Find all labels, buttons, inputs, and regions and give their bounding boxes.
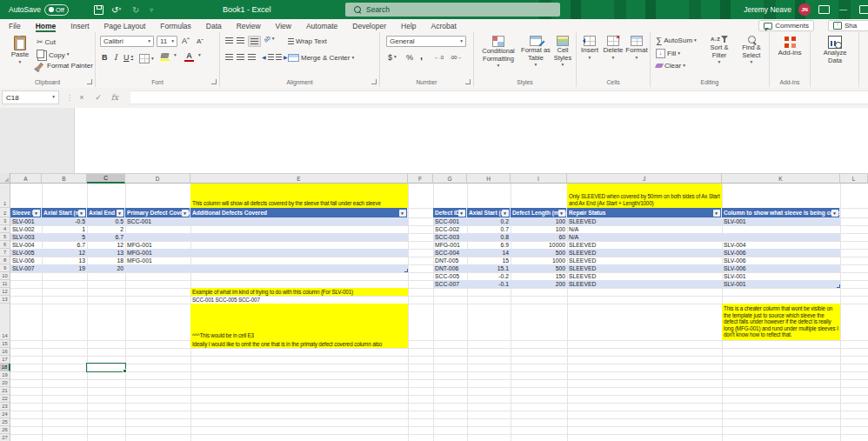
row-header-5[interactable]: 5 (0, 233, 10, 241)
cell-D7[interactable]: MFG-001 (125, 249, 190, 257)
cell-K7[interactable]: SLV-006 (722, 249, 840, 257)
cell-K5[interactable] (722, 233, 840, 241)
cell-E7[interactable] (190, 249, 408, 257)
cell-D9[interactable] (125, 264, 190, 272)
table-resize-handle[interactable] (404, 269, 408, 272)
row-header-4[interactable]: 4 (0, 225, 10, 233)
column-header-D[interactable]: D (125, 173, 190, 184)
cell-G11[interactable]: SCC-007 (433, 280, 467, 288)
cell-E6[interactable] (190, 241, 408, 249)
select-all-corner[interactable] (0, 173, 10, 184)
cell-G8[interactable]: DNT-005 (433, 257, 467, 264)
cell-I10[interactable]: 150 (511, 272, 567, 280)
cell-J10[interactable]: SLEEVED (567, 272, 722, 280)
selected-cell-outline[interactable] (86, 363, 126, 372)
row-header-14[interactable]: 14 (0, 304, 10, 340)
column-header-C[interactable]: C (87, 173, 125, 184)
cell-J8[interactable]: SLEEVED (567, 257, 722, 264)
cell-C4[interactable]: 2 (87, 225, 125, 233)
table-header-left-D[interactable]: Primary Defect Covered▾ (125, 208, 190, 218)
column-header-K[interactable]: K (722, 173, 840, 184)
cell-E8[interactable] (190, 257, 408, 264)
cell-I5[interactable]: 60 (511, 233, 567, 241)
filter-button[interactable]: ▾ (78, 210, 85, 217)
cell-D4[interactable] (125, 225, 190, 233)
row-header-23[interactable]: 23 (0, 403, 10, 411)
row-header-19[interactable]: 19 (0, 371, 10, 379)
cell-C7[interactable]: 13 (87, 249, 125, 257)
column-header-H[interactable]: H (467, 173, 511, 184)
cell-K9[interactable]: SLV-006 (722, 264, 840, 272)
cell-J6[interactable]: SLEEVED (567, 241, 722, 249)
cell-H10[interactable]: -0.2 (467, 272, 511, 280)
row-header-11[interactable]: 11 (0, 280, 10, 288)
cell-C6[interactable]: 12 (87, 241, 125, 249)
row-header-21[interactable]: 21 (0, 387, 10, 395)
table-header-left-E[interactable]: Additional Defects Covered▾ (190, 208, 408, 218)
cell-E5[interactable] (190, 233, 408, 241)
note-J1[interactable]: Only SLEEVED when covered by 50mm on bot… (567, 184, 722, 208)
cell-I6[interactable]: 10000 (511, 241, 567, 249)
table-header-left-C[interactable]: Axial End (m▾ (87, 208, 125, 218)
row-header-22[interactable]: 22 (0, 395, 10, 403)
cell-H4[interactable]: 0.7 (467, 225, 511, 233)
row-header-17[interactable]: 17 (0, 356, 10, 364)
row-header-8[interactable]: 8 (0, 257, 10, 264)
filter-button[interactable]: ▾ (558, 210, 565, 217)
cell-C8[interactable]: 18 (87, 257, 125, 264)
cell-A6[interactable]: SLV-004 (10, 241, 42, 249)
table-header-left-A[interactable]: Sleeve ID▾ (10, 208, 42, 218)
row-header-2[interactable]: 2 (0, 208, 10, 218)
cell-J3[interactable]: SLEEVED (567, 217, 722, 225)
cell-H5[interactable]: 0.8 (467, 233, 511, 241)
cell-B6[interactable]: 6.7 (42, 241, 87, 249)
filter-button[interactable]: ▾ (33, 210, 40, 217)
cell-G5[interactable]: SCC-003 (433, 233, 467, 241)
cell-I7[interactable]: 500 (511, 249, 567, 257)
row-header-1[interactable]: 1 (0, 184, 10, 208)
cell-I3[interactable]: 100 (511, 217, 567, 225)
cell-E3[interactable] (190, 217, 408, 225)
table-header-right-G[interactable]: Defect ID▾ (433, 208, 467, 218)
cell-K11[interactable]: SLV-001 (722, 280, 840, 288)
cell-G3[interactable]: SCC-001 (433, 217, 467, 225)
cell-B7[interactable]: 12 (42, 249, 87, 257)
note-K14[interactable]: This is a cheater column that wont be vi… (722, 304, 840, 340)
cell-G4[interactable]: SCC-002 (433, 225, 467, 233)
cell-K3[interactable]: SLV-001 (722, 217, 840, 225)
cell-D6[interactable]: MFG-001 (125, 241, 190, 249)
table-header-right-I[interactable]: Defect Length (mm)▾ (511, 208, 567, 218)
cell-I8[interactable]: 1000 (511, 257, 567, 264)
row-header-13[interactable]: 13 (0, 296, 10, 304)
row-header-25[interactable]: 25 (0, 418, 10, 426)
note-E14[interactable]: ^^^This would be in cell E3 (190, 304, 408, 340)
cell-I11[interactable]: 200 (511, 280, 567, 288)
filter-button[interactable]: ▾ (502, 210, 509, 217)
cell-H9[interactable]: 15.1 (467, 264, 511, 272)
note-E15[interactable]: Ideally I would like to omit the one tha… (190, 340, 408, 348)
cell-A5[interactable]: SLV-003 (10, 233, 42, 241)
cell-H8[interactable]: 15 (467, 257, 511, 264)
cell-D5[interactable] (125, 233, 190, 241)
row-header-26[interactable]: 26 (0, 426, 10, 434)
cell-H11[interactable]: -0.1 (467, 280, 511, 288)
column-header-A[interactable]: A (10, 173, 42, 184)
filter-button[interactable]: ▾ (713, 210, 720, 217)
cell-B5[interactable]: 5 (42, 233, 87, 241)
column-header-G[interactable]: G (433, 173, 467, 184)
filter-button[interactable]: ▾ (399, 210, 406, 217)
column-header-B[interactable]: B (42, 173, 87, 184)
cell-C9[interactable]: 20 (87, 264, 125, 272)
cell-J4[interactable]: N/A (567, 225, 722, 233)
row-header-10[interactable]: 10 (0, 272, 10, 280)
cell-K6[interactable]: SLV-004 (722, 241, 840, 249)
cell-I9[interactable]: 500 (511, 264, 567, 272)
cell-I4[interactable]: 100 (511, 225, 567, 233)
cell-D8[interactable]: MFG-001 (125, 257, 190, 264)
cell-A8[interactable]: SLV-006 (10, 257, 42, 264)
cell-J9[interactable]: SLEEVED (567, 264, 722, 272)
cell-B3[interactable]: -0.5 (42, 217, 87, 225)
note-E12[interactable]: Example of what im kind of trying to do … (190, 288, 408, 296)
column-header-F[interactable]: F (408, 173, 433, 184)
cell-H3[interactable]: 0.2 (467, 217, 511, 225)
